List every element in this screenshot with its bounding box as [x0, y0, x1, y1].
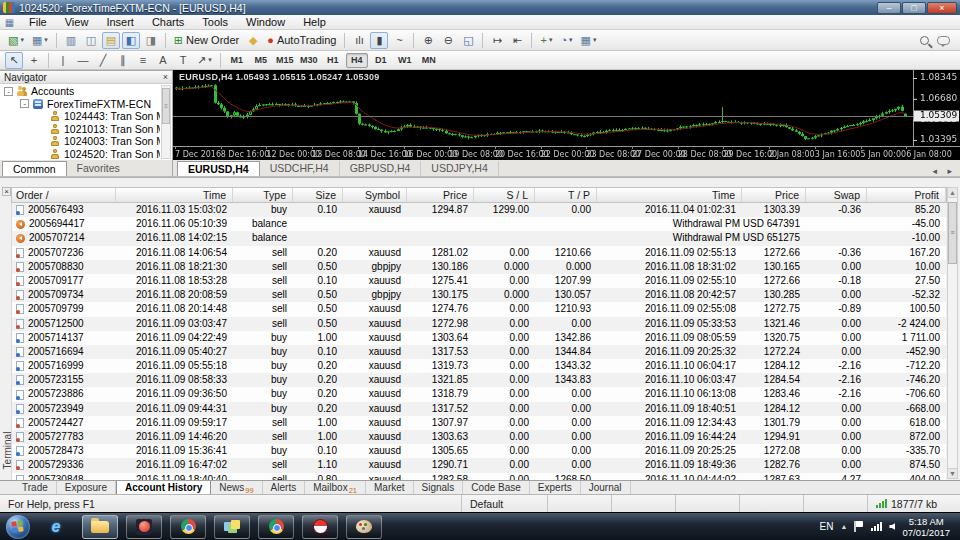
- taskbar-ie-icon[interactable]: e: [38, 515, 74, 539]
- tree-node-account-2[interactable]: 1024003: Tran Son Minh: [0, 135, 160, 148]
- menu-window[interactable]: Window: [237, 15, 294, 30]
- scrollbar-down-icon[interactable]: ▼: [948, 468, 957, 478]
- menu-charts[interactable]: Charts: [143, 15, 193, 30]
- taskbar-sticky-notes-icon[interactable]: [214, 515, 250, 539]
- table-row[interactable]: 20056944172016.11.06 05:10:39balanceWith…: [12, 217, 946, 231]
- column-header-price[interactable]: Price: [407, 188, 474, 202]
- table-row[interactable]: 20057284732016.11.09 15:36:41buy0.10xauu…: [12, 444, 946, 458]
- network-icon[interactable]: [871, 522, 882, 531]
- table-row[interactable]: 20057125002016.11.09 03:03:47sell0.50xau…: [12, 317, 946, 331]
- tray-clock[interactable]: 5:18 AM 07/01/2017: [902, 516, 950, 538]
- trendline-button[interactable]: ╱: [94, 52, 112, 69]
- text-label-button[interactable]: T: [174, 52, 192, 69]
- terminal-tab-mailbox[interactable]: Mailbox21: [305, 481, 366, 495]
- taskbar-media-player-icon[interactable]: [126, 515, 162, 539]
- taskbar-chrome-icon[interactable]: [170, 515, 206, 539]
- column-header-sl[interactable]: S / L: [474, 188, 535, 202]
- auto-scroll-button[interactable]: ↦: [488, 32, 506, 49]
- terminal-tab-account-history[interactable]: Account History: [116, 481, 211, 495]
- column-header-type[interactable]: Type: [233, 188, 293, 202]
- taskbar-paint-icon[interactable]: [346, 515, 382, 539]
- column-header-profit[interactable]: Profit: [867, 188, 946, 202]
- terminal-tab-news[interactable]: News99: [211, 481, 262, 495]
- chart-tab-scroll-arrows[interactable]: ◂ ▸: [932, 166, 956, 176]
- navigator-close-icon[interactable]: ×: [163, 72, 168, 82]
- data-window-button[interactable]: ◫: [82, 32, 100, 49]
- expand-icon[interactable]: -: [4, 87, 13, 96]
- table-row[interactable]: 20057244272016.11.09 09:59:17sell1.00xau…: [12, 416, 946, 430]
- table-row[interactable]: 20057293362016.11.09 16:47:02sell1.10xau…: [12, 458, 946, 472]
- taskbar-explorer-icon[interactable]: [82, 515, 118, 539]
- nav-tab-favorites[interactable]: Favorites: [67, 161, 130, 176]
- text-button[interactable]: A: [154, 52, 172, 69]
- tile-windows-button[interactable]: ◱: [459, 32, 477, 49]
- autotrading-button[interactable]: ●AutoTrading: [264, 32, 339, 49]
- strategy-tester-button[interactable]: ◨: [142, 32, 160, 49]
- start-button[interactable]: [6, 515, 30, 539]
- chat-icon[interactable]: [937, 36, 950, 45]
- templates-button[interactable]: ▦▾: [578, 32, 600, 49]
- column-header-swap[interactable]: Swap: [806, 188, 867, 202]
- expand-icon[interactable]: -: [20, 99, 29, 108]
- profiles-button[interactable]: ▦▾: [29, 32, 51, 49]
- tree-node-account-1[interactable]: 1021013: Tran Son Minh: [0, 123, 160, 136]
- table-row[interactable]: 20057239492016.11.09 09:44:31buy0.20xauu…: [12, 402, 946, 416]
- chart-tab-eurusd-h4[interactable]: EURUSD,H4: [177, 161, 260, 176]
- terminal-tab-alerts[interactable]: Alerts: [263, 481, 306, 495]
- bar-chart-button[interactable]: ılı: [350, 32, 368, 49]
- arrows-button[interactable]: ↗▾: [194, 52, 215, 69]
- indicators-button[interactable]: +▾: [537, 32, 555, 49]
- maximize-button[interactable]: □: [902, 2, 926, 14]
- table-row[interactable]: 20057091772016.11.08 18:53:28sell0.10xau…: [12, 274, 946, 288]
- action-center-flag-icon[interactable]: [854, 521, 864, 532]
- column-header-time[interactable]: Time: [116, 188, 233, 202]
- timeframe-m15[interactable]: M15: [274, 53, 296, 68]
- line-chart-button[interactable]: ~: [390, 32, 408, 49]
- crosshair-button[interactable]: +: [25, 52, 43, 69]
- metaeditor-button[interactable]: ◆: [244, 32, 262, 49]
- menu-tools[interactable]: Tools: [193, 15, 237, 30]
- terminal-tab-experts[interactable]: Experts: [530, 481, 581, 495]
- chart-window-icon[interactable]: ▦: [3, 17, 16, 28]
- chart-tab-usdchf-h4[interactable]: USDCHF,H4: [260, 161, 340, 176]
- channel-button[interactable]: ∥: [114, 52, 132, 69]
- nav-tab-common[interactable]: Common: [2, 161, 67, 176]
- table-row[interactable]: 20057072362016.11.08 14:06:54sell0.20xau…: [12, 246, 946, 260]
- terminal-tab-journal[interactable]: Journal: [581, 481, 631, 495]
- price-chart-canvas[interactable]: [173, 70, 960, 160]
- menu-help[interactable]: Help: [294, 15, 335, 30]
- horizontal-line-button[interactable]: —: [74, 52, 92, 69]
- table-row[interactable]: 20057238862016.11.09 09:36:50buy0.20xauu…: [12, 387, 946, 401]
- column-header-symbol[interactable]: Symbol: [343, 188, 407, 202]
- column-header-ctime[interactable]: Time: [597, 188, 742, 202]
- menu-view[interactable]: View: [56, 15, 98, 30]
- periods-button[interactable]: ◔▾: [557, 32, 575, 49]
- column-header-size[interactable]: Size: [293, 188, 343, 202]
- table-row[interactable]: 20057088302016.11.08 18:21:30sell0.50gbp…: [12, 260, 946, 274]
- fibonacci-button[interactable]: ≡: [134, 52, 152, 69]
- tree-node-account-3[interactable]: 1024520: Tran Son Minh: [0, 148, 160, 161]
- table-row[interactable]: 20056764932016.11.03 15:03:02buy0.10xauu…: [12, 203, 946, 217]
- zoom-in-button[interactable]: ⊕: [419, 32, 437, 49]
- close-button[interactable]: ×: [927, 2, 957, 14]
- terminal-tab-code-base[interactable]: Code Base: [463, 481, 529, 495]
- tree-node-server[interactable]: -ForexTimeFXTM-ECN: [0, 98, 160, 111]
- taskbar-red-app-icon[interactable]: [302, 515, 338, 539]
- vertical-line-button[interactable]: |: [54, 52, 72, 69]
- tree-node-account-0[interactable]: 1024443: Tran Son Minh: [0, 110, 160, 123]
- tree-node-accounts[interactable]: -Accounts: [0, 85, 160, 98]
- column-header-order[interactable]: Order /: [12, 188, 116, 202]
- timeframe-d1[interactable]: D1: [370, 53, 392, 68]
- new-chart-button[interactable]: ▧▾: [5, 32, 27, 49]
- table-row[interactable]: 20057231552016.11.09 08:58:33buy0.20xauu…: [12, 373, 946, 387]
- timeframe-h1[interactable]: H1: [322, 53, 344, 68]
- speaker-icon[interactable]: [889, 523, 895, 530]
- timeframe-mn[interactable]: MN: [418, 53, 440, 68]
- table-row[interactable]: 20057097992016.11.08 20:14:48sell0.50xau…: [12, 302, 946, 316]
- navigator-scrollbar-thumb[interactable]: ≡: [162, 88, 170, 124]
- column-header-tp[interactable]: T / P: [535, 188, 597, 202]
- candlestick-button[interactable]: ▮: [370, 32, 388, 49]
- terminal-button[interactable]: ◧: [122, 32, 140, 49]
- table-row[interactable]: 20057072142016.11.08 14:02:15balanceWith…: [12, 231, 946, 245]
- terminal-close-icon[interactable]: ×: [2, 187, 11, 196]
